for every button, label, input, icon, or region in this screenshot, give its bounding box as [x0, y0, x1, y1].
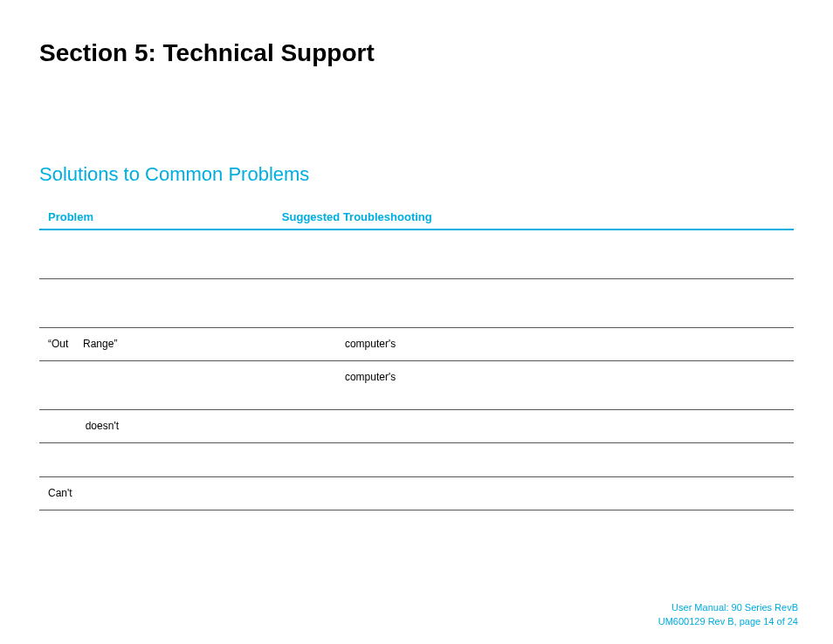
cell-problem: Display doesn't recognize the USB drive. [39, 409, 273, 442]
cell-solution: Press a button on the remote or keypad t… [273, 443, 794, 476]
cell-problem: “Out of Range” message appears onscreen. [39, 327, 273, 360]
col-header-problem: Problem [39, 210, 273, 230]
cell-solution: Change your computer's resolution to a s… [273, 360, 794, 409]
cell-problem: Remote control does not work properly. [39, 278, 273, 327]
table-body: No video or audio.Check that the display… [39, 230, 794, 510]
table-row: “Out of Range” message appears onscreen.… [39, 327, 794, 360]
cell-solution: Refer to the OSD Reference Guide for mod… [273, 476, 794, 510]
table-row: Can't find a specific adjustment in the … [39, 476, 794, 510]
cell-problem: Can't find a specific adjustment in the … [39, 476, 273, 510]
footer-line-2: UM600129 Rev B, page 14 of 24 [658, 615, 798, 628]
cell-solution: Check that the display is powered ON. Ve… [273, 230, 794, 278]
cell-problem: No video or audio. [39, 230, 273, 278]
cell-problem: Image size is incorrect for the screen a… [39, 360, 273, 409]
cell-solution: Change your computer's resolution to a s… [273, 327, 794, 360]
section-title: Section 5: Technical Support [39, 39, 794, 67]
cell-solution: Replace batteries in remote control. If … [273, 278, 794, 327]
table-row: Power LED is flashing, screen is black.P… [39, 443, 794, 476]
col-header-suggested: Suggested Troubleshooting [273, 210, 794, 230]
cell-solution: Make sure the USB drive format is FAT16 … [273, 409, 794, 442]
table-row: Image size is incorrect for the screen a… [39, 360, 794, 409]
table-row: No video or audio.Check that the display… [39, 230, 794, 278]
table-row: Display doesn't recognize the USB drive.… [39, 409, 794, 442]
troubleshooting-table: Problem Suggested Troubleshooting No vid… [39, 210, 794, 510]
table-row: Remote control does not work properly.Re… [39, 278, 794, 327]
subsection-title: Solutions to Common Problems [39, 163, 794, 186]
cell-problem: Power LED is flashing, screen is black. [39, 443, 273, 476]
footer-line-1: User Manual: 90 Series RevB [658, 601, 798, 614]
page-footer: User Manual: 90 Series RevB UM600129 Rev… [658, 601, 798, 628]
document-page: Section 5: Technical Support Solutions t… [0, 0, 833, 510]
